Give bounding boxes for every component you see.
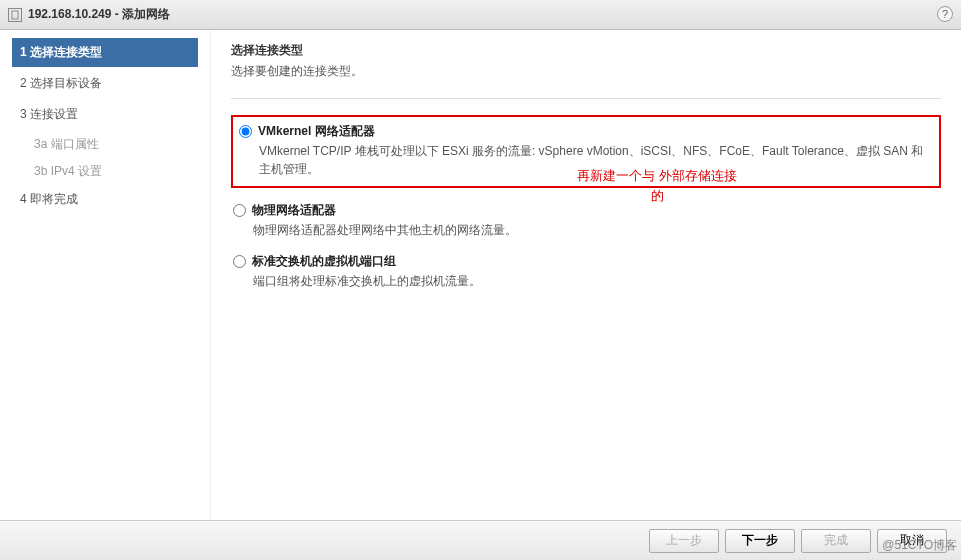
option-label: 物理网络适配器 [252, 202, 336, 219]
step-num: 3 [20, 107, 27, 121]
back-button[interactable]: 上一步 [649, 529, 719, 553]
step-1-select-connection-type[interactable]: 1 选择连接类型 [12, 38, 198, 67]
dialog-body: 1 选择连接类型 2 选择目标设备 3 连接设置 3a 端口属性 3b IPv4… [0, 30, 961, 520]
substep-num: 3a [34, 137, 47, 151]
radio-portgroup[interactable] [233, 255, 246, 268]
wizard-footer: 上一步 下一步 完成 取消 [0, 520, 961, 560]
finish-button[interactable]: 完成 [801, 529, 871, 553]
substep-num: 3b [34, 164, 47, 178]
substep-3b-ipv4-settings: 3b IPv4 设置 [12, 158, 198, 185]
annotation-line1: 再新建一个与 外部存储连接 [577, 168, 737, 183]
option-desc: 物理网络适配器处理网络中其他主机的网络流量。 [233, 221, 941, 239]
step-2-select-target-device: 2 选择目标设备 [12, 69, 198, 98]
option-physical-adapter[interactable]: 物理网络适配器 物理网络适配器处理网络中其他主机的网络流量。 [231, 202, 941, 239]
step-num: 4 [20, 192, 27, 206]
step-label: 连接设置 [30, 107, 78, 121]
substep-3a-port-properties: 3a 端口属性 [12, 131, 198, 158]
cancel-button[interactable]: 取消 [877, 529, 947, 553]
step-num: 2 [20, 76, 27, 90]
step-4-ready-to-complete: 4 即将完成 [12, 185, 198, 214]
content-header: 选择连接类型 选择要创建的连接类型。 [231, 42, 941, 80]
help-icon[interactable]: ? [937, 6, 953, 22]
divider [231, 98, 941, 99]
wizard-content: 选择连接类型 选择要创建的连接类型。 VMkernel 网络适配器 VMkern… [210, 30, 961, 520]
radio-physical[interactable] [233, 204, 246, 217]
host-icon [8, 8, 22, 22]
radio-vmkernel[interactable] [239, 125, 252, 138]
option-vm-port-group[interactable]: 标准交换机的虚拟机端口组 端口组将处理标准交换机上的虚拟机流量。 [231, 253, 941, 290]
annotation-line2: 的 [651, 188, 664, 203]
step-label: 选择目标设备 [30, 76, 102, 90]
option-desc: 端口组将处理标准交换机上的虚拟机流量。 [233, 272, 941, 290]
step-label: 选择连接类型 [30, 45, 102, 59]
option-label: 标准交换机的虚拟机端口组 [252, 253, 396, 270]
svg-rect-0 [12, 11, 18, 19]
step-label: 即将完成 [30, 192, 78, 206]
content-title: 选择连接类型 [231, 42, 941, 59]
step-num: 1 [20, 45, 27, 59]
titlebar: 192.168.10.249 - 添加网络 ? [0, 0, 961, 30]
annotation-text: 再新建一个与 外部存储连接 的 [552, 166, 762, 205]
substep-label: 端口属性 [51, 137, 99, 151]
step-3-connection-settings: 3 连接设置 [12, 100, 198, 129]
next-button[interactable]: 下一步 [725, 529, 795, 553]
substep-label: IPv4 设置 [51, 164, 102, 178]
wizard-sidebar: 1 选择连接类型 2 选择目标设备 3 连接设置 3a 端口属性 3b IPv4… [0, 30, 210, 520]
content-subtitle: 选择要创建的连接类型。 [231, 63, 941, 80]
dialog-title: 192.168.10.249 - 添加网络 [28, 6, 170, 23]
option-label: VMkernel 网络适配器 [258, 123, 375, 140]
